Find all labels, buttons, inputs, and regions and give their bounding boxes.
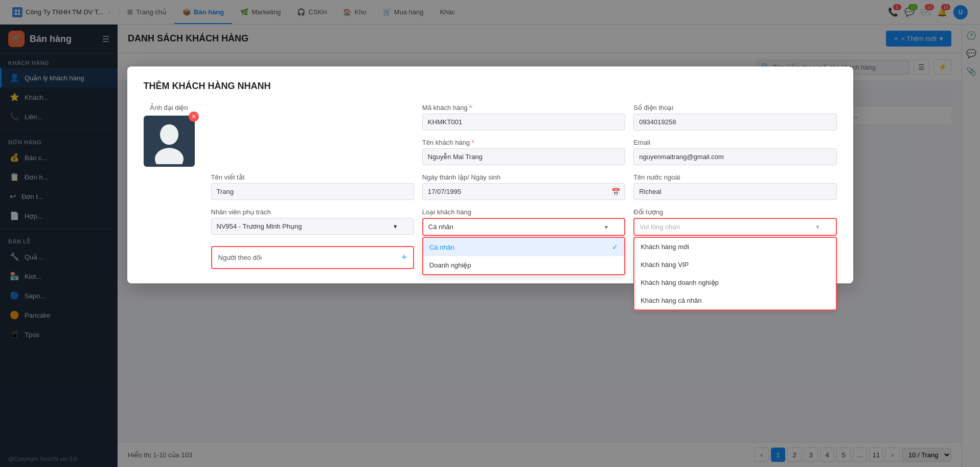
loaikf-doanhnghiep-label: Doanh nghiệp [429,261,471,269]
dottuong-placeholder: Vui lòng chọn [640,223,680,231]
ma-kh-label: Mã khách hàng * [422,104,625,112]
dottuong-option-canhan[interactable]: Khách hàng cá nhân [634,292,835,309]
empty-col-2 [211,139,414,165]
nhanvien-group: Nhân viên phụ trách NV954 - Trương Minh … [211,208,414,236]
ten-viet-tat-label: Tên viết tắt [211,173,414,181]
ten-nuoc-ngoai-input[interactable] [633,183,836,200]
dottuong-option-vip[interactable]: Khách hàng VIP [634,256,835,274]
ten-kh-input[interactable] [422,148,625,165]
dottuong-doanhnghiep-label: Khách hàng doanh nghiệp [641,279,719,286]
email-group: Email [633,139,836,165]
add-nguoi-theo-doi-button[interactable]: + [401,252,407,263]
nhanvien-select[interactable]: NV954 - Trương Minh Phụng ▾ [211,218,414,235]
add-customer-modal: THÊM KHÁCH HÀNG NHANH Ảnh đại diện ✕ [127,66,853,283]
nhanvien-label: Nhân viên phụ trách [211,208,414,216]
ngay-thanh-lap-wrap: 📅 [422,183,625,200]
dottuong-label: Đối tượng [633,208,836,216]
loaikh-dropdown: Cá nhân ✓ Doanh nghiệp [422,237,625,275]
ten-viet-tat-group2: Tên viết tắt [211,173,414,200]
email-label: Email [633,139,836,146]
ma-kh-input[interactable] [422,114,625,130]
loaikf-option-doanhnghiep[interactable]: Doanh nghiệp [423,256,624,274]
sdt-input[interactable] [633,114,836,130]
ten-nuoc-ngoai-label: Tên nước ngoài [633,173,836,181]
avatar-label: Ảnh đại diện [150,104,188,112]
avatar-section: Ảnh đại diện ✕ [144,104,195,269]
avatar-remove-button[interactable]: ✕ [189,112,199,122]
modal-overlay: THÊM KHÁCH HÀNG NHANH Ảnh đại diện ✕ [0,0,980,467]
nguoitheodoi-group: Người theo dõi + [211,244,414,269]
dottuong-dropdown: Khách hàng mới Khách hàng VIP Khách hàng… [633,237,836,310]
ngay-thanh-lap-input[interactable] [422,183,625,200]
modal-title: THÊM KHÁCH HÀNG NHANH [144,81,837,92]
dottuong-caret: ▾ [816,223,819,231]
dottuong-moi-label: Khách hàng mới [641,243,689,251]
form-section: Mã khách hàng * Số điện thoại [211,104,837,269]
loaikf-caret: ▾ [605,224,608,231]
dottuong-trigger[interactable]: Vui lòng chọn ▾ [633,218,836,236]
nguoi-theo-doi-row[interactable]: Người theo dõi + [211,246,414,269]
dottuong-option-moi[interactable]: Khách hàng mới [634,238,835,256]
sdt-label: Số điện thoại [633,104,836,112]
avatar-img-wrap: ✕ [144,116,195,167]
ten-nuoc-ngoai-group: Tên nước ngoài [633,173,836,200]
svg-point-6 [160,124,178,145]
ten-viet-tat-input[interactable] [211,183,414,200]
email-input[interactable] [633,148,836,165]
dottuong-canhan-label: Khách hàng cá nhân [641,297,701,304]
loaikh-trigger[interactable]: Cá nhân ▾ [422,218,625,236]
avatar-placeholder [144,116,195,167]
ma-kh-group: Mã khách hàng * [422,104,625,130]
dottuong-option-doanhnghiep[interactable]: Khách hàng doanh nghiệp [634,274,835,292]
calendar-icon: 📅 [611,188,620,196]
ten-viet-tat-group [211,104,414,130]
nhanvien-caret: ▾ [394,223,397,230]
loaikh-value: Cá nhân [428,223,453,231]
ten-kh-group: Tên khách hàng * [422,139,625,165]
nguoi-theo-doi-label: Người theo dõi [218,254,262,261]
loaikf-canhan-label: Cá nhân [429,243,454,251]
check-icon: ✓ [612,243,618,251]
ngay-thanh-lap-group: Ngày thành lập/ Ngày sinh 📅 [422,173,625,200]
modal-body: Ảnh đại diện ✕ [144,104,837,269]
dottuong-vip-label: Khách hàng VIP [641,261,689,269]
loaikf-option-canhan[interactable]: Cá nhân ✓ [423,238,624,256]
ngay-thanh-lap-label: Ngày thành lập/ Ngày sinh [422,173,625,181]
loaikh-group: Loại khách hàng Cá nhân ▾ Cá nhân ✓ [422,208,625,236]
dottuong-group: Đối tượng Vui lòng chọn ▾ Khách hàng mới… [633,208,836,236]
sdt-group: Số điện thoại [633,104,836,130]
nhanvien-value: NV954 - Trương Minh Phụng [217,223,302,230]
loaikh-label: Loại khách hàng [422,208,625,216]
ten-kh-label: Tên khách hàng * [422,139,625,146]
